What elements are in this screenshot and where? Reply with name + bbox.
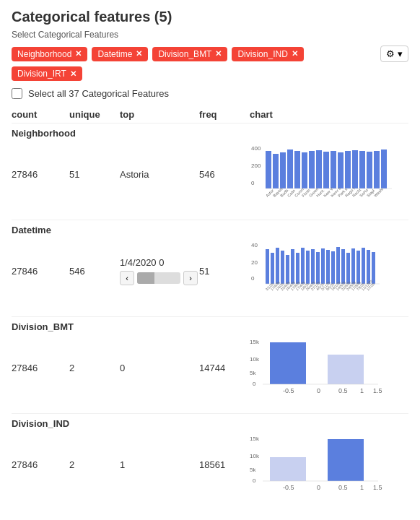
svg-rect-5 bbox=[280, 152, 286, 188]
col-freq: freq bbox=[199, 109, 250, 120]
paginator-bar-fill bbox=[137, 272, 154, 284]
bmt-chart: 15k 10k 5k 0 -0.5 0 0.5 1 1.5 bbox=[250, 335, 394, 400]
svg-text:0: 0 bbox=[251, 275, 255, 282]
select-label: Select Categorical Features bbox=[12, 30, 408, 40]
svg-text:0: 0 bbox=[317, 484, 320, 491]
svg-text:1: 1 bbox=[360, 387, 364, 394]
svg-rect-53 bbox=[331, 251, 335, 284]
paginator-prev[interactable]: ‹ bbox=[120, 271, 134, 285]
svg-rect-89 bbox=[328, 355, 364, 384]
datetime-unique: 546 bbox=[69, 266, 120, 277]
svg-text:1.5: 1.5 bbox=[373, 387, 382, 394]
neighborhood-unique: 51 bbox=[69, 169, 120, 180]
neighborhood-bar-chart: 400 200 0 bbox=[250, 142, 394, 207]
svg-rect-15 bbox=[352, 150, 358, 188]
ind-top: 1 bbox=[120, 459, 199, 470]
datetime-top-container: 1/4/2020 0 ‹ › bbox=[120, 257, 199, 285]
svg-rect-8 bbox=[302, 152, 307, 188]
svg-text:0.5: 0.5 bbox=[338, 387, 348, 394]
svg-rect-16 bbox=[359, 151, 365, 188]
tag-division-irt[interactable]: Division_IRT ✕ bbox=[12, 66, 82, 81]
svg-rect-13 bbox=[338, 152, 344, 188]
svg-rect-56 bbox=[346, 253, 350, 284]
feature-division-ind-name: Division_IND bbox=[12, 418, 408, 429]
svg-rect-40 bbox=[266, 249, 269, 284]
tag-neighborhood-label: Neighborhood bbox=[17, 49, 71, 59]
tag-division-ind-label: Division_IND bbox=[237, 49, 287, 59]
feature-division-ind: Division_IND 27846 2 1 18561 15k 10k 5k … bbox=[12, 418, 408, 497]
tag-division-bmt-remove[interactable]: ✕ bbox=[215, 49, 222, 58]
feature-datetime-name: Datetime bbox=[12, 225, 408, 235]
neighborhood-top: Astoria bbox=[120, 169, 199, 180]
svg-text:0.5: 0.5 bbox=[338, 484, 348, 491]
paginator-bar bbox=[137, 272, 180, 284]
neighborhood-count: 27846 bbox=[12, 169, 69, 180]
tag-datetime[interactable]: Datetime ✕ bbox=[92, 47, 148, 61]
svg-rect-19 bbox=[381, 150, 387, 188]
tag-container-row2: Division_IRT ✕ bbox=[12, 66, 408, 81]
ind-bar-chart: 15k 10k 5k 0 -0.5 0 0.5 1 1.5 bbox=[250, 432, 394, 497]
tag-container: Neighborhood ✕ Datetime ✕ Division_BMT ✕… bbox=[12, 46, 408, 62]
svg-text:5k: 5k bbox=[250, 467, 256, 473]
tag-datetime-remove[interactable]: ✕ bbox=[136, 49, 142, 58]
feature-neighborhood-stats: 27846 51 Astoria 546 400 200 0 bbox=[12, 142, 408, 207]
svg-rect-43 bbox=[281, 251, 284, 284]
bmt-bar-chart: 15k 10k 5k 0 -0.5 0 0.5 1 1.5 bbox=[250, 335, 394, 400]
ind-unique: 2 bbox=[69, 459, 120, 470]
svg-rect-57 bbox=[351, 248, 355, 284]
svg-rect-55 bbox=[341, 249, 345, 284]
svg-rect-50 bbox=[316, 252, 320, 284]
svg-rect-52 bbox=[326, 250, 330, 284]
svg-rect-51 bbox=[321, 248, 325, 284]
select-all-row: Select all 37 Categorical Features bbox=[12, 88, 408, 99]
tag-division-bmt[interactable]: Division_BMT ✕ bbox=[152, 47, 227, 61]
svg-text:1: 1 bbox=[360, 484, 364, 491]
tag-division-bmt-label: Division_BMT bbox=[158, 49, 211, 59]
feature-division-bmt: Division_BMT 27846 2 0 14744 15k 10k 5k … bbox=[12, 321, 408, 400]
tag-neighborhood-remove[interactable]: ✕ bbox=[75, 49, 82, 58]
tag-division-irt-label: Division_IRT bbox=[17, 69, 66, 79]
svg-rect-4 bbox=[273, 154, 279, 188]
tag-division-irt-remove[interactable]: ✕ bbox=[70, 69, 76, 79]
datetime-count: 27846 bbox=[12, 266, 69, 277]
col-chart: chart bbox=[250, 109, 408, 120]
svg-rect-100 bbox=[270, 457, 306, 481]
ind-chart: 15k 10k 5k 0 -0.5 0 0.5 1 1.5 bbox=[250, 432, 394, 497]
col-count: count bbox=[12, 109, 69, 120]
gear-button[interactable]: ⚙ ▾ bbox=[380, 46, 408, 62]
stats-header: count unique top freq chart bbox=[12, 109, 408, 124]
bmt-count: 27846 bbox=[12, 363, 69, 373]
feature-division-bmt-name: Division_BMT bbox=[12, 321, 408, 332]
svg-rect-7 bbox=[294, 151, 300, 188]
svg-text:20: 20 bbox=[251, 259, 258, 266]
datetime-freq: 51 bbox=[199, 266, 250, 277]
svg-text:Washi: Washi bbox=[373, 187, 384, 198]
bmt-top: 0 bbox=[120, 363, 199, 373]
svg-rect-18 bbox=[374, 151, 380, 188]
bmt-freq: 14744 bbox=[199, 363, 250, 373]
svg-rect-14 bbox=[345, 151, 351, 188]
svg-text:10k: 10k bbox=[250, 453, 260, 459]
col-unique: unique bbox=[69, 109, 120, 120]
svg-text:10k: 10k bbox=[250, 356, 260, 363]
svg-rect-101 bbox=[328, 439, 364, 481]
svg-text:0: 0 bbox=[253, 477, 256, 484]
select-all-checkbox[interactable] bbox=[12, 88, 22, 99]
divider-2 bbox=[12, 316, 408, 317]
svg-text:5k: 5k bbox=[250, 370, 256, 376]
col-top: top bbox=[120, 109, 199, 120]
svg-text:1.5: 1.5 bbox=[373, 484, 382, 491]
svg-rect-47 bbox=[301, 248, 305, 284]
tag-division-ind[interactable]: Division_IND ✕ bbox=[232, 47, 303, 61]
paginator-next[interactable]: › bbox=[183, 271, 198, 285]
datetime-bar-chart: 40 20 0 bbox=[250, 238, 394, 303]
tag-division-ind-remove[interactable]: ✕ bbox=[292, 49, 298, 58]
svg-rect-42 bbox=[276, 248, 279, 284]
datetime-top: 1/4/2020 0 bbox=[120, 257, 199, 268]
svg-text:0: 0 bbox=[317, 387, 320, 394]
tag-neighborhood[interactable]: Neighborhood ✕ bbox=[12, 47, 87, 61]
svg-text:0: 0 bbox=[251, 180, 255, 186]
datetime-paginator[interactable]: ‹ › bbox=[120, 271, 199, 285]
svg-rect-88 bbox=[270, 342, 306, 384]
feature-neighborhood: Neighborhood 27846 51 Astoria 546 400 20… bbox=[12, 128, 408, 207]
